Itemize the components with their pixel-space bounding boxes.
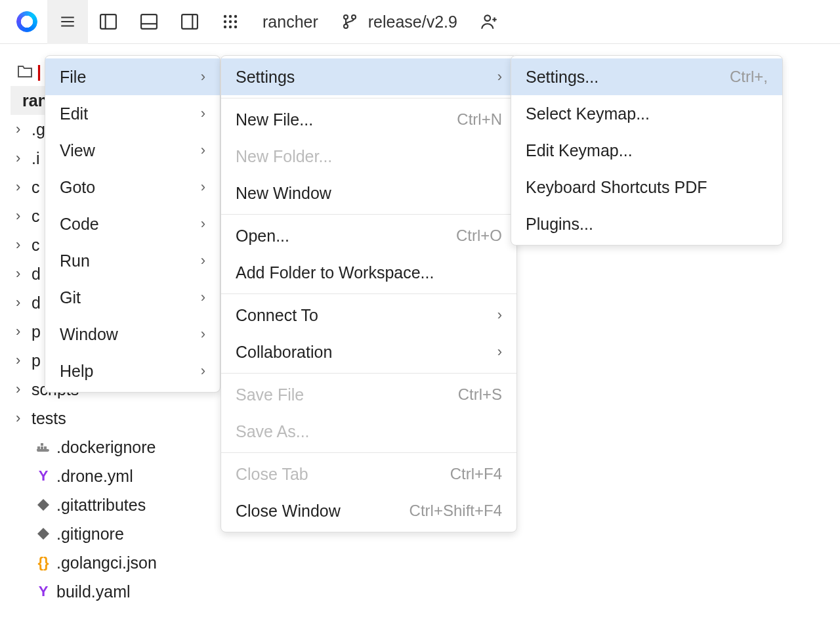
menu-item-plugins[interactable]: Plugins...	[511, 205, 782, 242]
menu-item-keyboard-shortcuts-pdf[interactable]: Keyboard Shortcuts PDF	[511, 169, 782, 205]
chevron-right-icon: ›	[16, 207, 28, 225]
tree-item-label: .i	[32, 149, 40, 168]
menu-item-code[interactable]: Code›	[45, 205, 220, 242]
menu-shortcut: Ctrl+F4	[450, 465, 502, 483]
menu-item-label: New File...	[236, 110, 313, 129]
svg-point-12	[224, 26, 226, 28]
panel-bottom-button[interactable]	[129, 0, 169, 44]
menu-item-add-folder-to-workspace[interactable]: Add Folder to Workspace...	[221, 254, 516, 291]
menu-item-help[interactable]: Help›	[45, 353, 220, 389]
menu-separator	[221, 452, 516, 453]
tree-root-marker: |	[37, 62, 41, 81]
panel-left-icon	[100, 14, 117, 30]
hamburger-menu-button[interactable]	[47, 0, 88, 44]
svg-point-7	[229, 15, 232, 18]
tree-item-label: .g	[32, 120, 45, 139]
menu-item-save-as: Save As...	[221, 413, 516, 450]
menu-item-new-window[interactable]: New Window	[221, 175, 516, 211]
menu-item-settings[interactable]: Settings›	[221, 58, 516, 95]
tree-item[interactable]: .gitignore	[10, 519, 197, 548]
menu-shortcut: Ctrl+S	[458, 385, 502, 404]
json-icon: {}	[34, 554, 52, 571]
apps-grid-button[interactable]	[210, 0, 251, 44]
menu-item-connect-to[interactable]: Connect To›	[221, 297, 516, 334]
add-user-button[interactable]	[469, 0, 510, 44]
panel-bottom-icon	[140, 14, 158, 30]
app-logo-icon	[16, 11, 37, 32]
menu-item-label: Code	[60, 215, 99, 234]
svg-point-16	[344, 24, 348, 28]
chevron-right-icon: ›	[16, 179, 28, 196]
menu-item-edit-keymap[interactable]: Edit Keymap...	[511, 132, 782, 169]
menu-item-goto[interactable]: Goto›	[45, 169, 220, 205]
menu-shortcut: Ctrl+Shift+F4	[410, 502, 502, 520]
menu-item-label: Open...	[236, 226, 289, 246]
menu-item-git[interactable]: Git›	[45, 279, 220, 316]
tree-item-label: .gitattributes	[56, 496, 146, 515]
chevron-right-icon: ›	[201, 105, 205, 122]
svg-point-11	[234, 20, 237, 23]
menu-item-label: Select Keymap...	[526, 104, 650, 123]
menu-item-view[interactable]: View›	[45, 132, 220, 169]
tree-item-label: p	[32, 322, 41, 341]
chevron-right-icon: ›	[16, 121, 28, 138]
chevron-right-icon: ›	[497, 307, 502, 324]
folder-icon	[16, 65, 34, 78]
menu-item-label: Settings	[236, 68, 295, 87]
menu-item-label: Help	[60, 362, 93, 381]
svg-rect-0	[100, 14, 116, 29]
svg-point-14	[234, 26, 237, 28]
chevron-right-icon: ›	[16, 381, 28, 398]
menu-item-close-window[interactable]: Close WindowCtrl+Shift+F4	[221, 492, 516, 529]
app-logo-button[interactable]	[7, 0, 47, 44]
svg-point-15	[344, 15, 348, 19]
menu-item-run[interactable]: Run›	[45, 242, 220, 279]
project-name[interactable]: rancher	[251, 0, 330, 44]
menu-item-label: Close Window	[236, 502, 341, 521]
svg-point-8	[234, 15, 237, 18]
menu-item-open[interactable]: Open...Ctrl+O	[221, 217, 516, 254]
svg-point-18	[484, 15, 490, 21]
tree-item[interactable]: ›tests	[10, 404, 197, 433]
panel-left-button[interactable]	[88, 0, 129, 44]
menu-item-file[interactable]: File›	[45, 58, 220, 95]
tree-item-label: p	[32, 351, 41, 370]
tree-item-label: c	[32, 236, 40, 255]
menu-item-edit[interactable]: Edit›	[45, 95, 220, 132]
chevron-right-icon: ›	[16, 294, 28, 311]
svg-rect-2	[141, 14, 157, 29]
tree-item[interactable]: Ybuild.yaml	[10, 577, 197, 606]
chevron-right-icon: ›	[16, 323, 28, 340]
main-toolbar: rancher release/v2.9	[0, 0, 840, 44]
tree-item-label: c	[32, 207, 40, 226]
menu-item-new-folder: New Folder...	[221, 138, 516, 175]
tree-item-label: c	[32, 178, 40, 197]
menu-item-window[interactable]: Window›	[45, 316, 220, 353]
tree-item[interactable]: .gitattributes	[10, 490, 197, 519]
yaml-icon: Y	[34, 583, 52, 600]
menu-item-collaboration[interactable]: Collaboration›	[221, 334, 516, 370]
menu-item-new-file[interactable]: New File...Ctrl+N	[221, 101, 516, 138]
menu-item-label: Window	[60, 325, 118, 344]
menu-item-select-keymap[interactable]: Select Keymap...	[511, 95, 782, 132]
menu-item-label: Save As...	[236, 422, 310, 441]
menu-separator	[221, 373, 516, 374]
settings-menu: Settings...Ctrl+,Select Keymap...Edit Ke…	[511, 55, 783, 246]
git-branch-icon	[342, 14, 358, 30]
svg-point-10	[229, 20, 232, 23]
tree-item[interactable]: .dockerignore	[10, 433, 197, 462]
menu-shortcut: Ctrl+,	[730, 68, 768, 86]
menu-item-label: Connect To	[236, 306, 318, 325]
menu-item-save-file: Save FileCtrl+S	[221, 376, 516, 413]
tree-item-label: .gitignore	[56, 525, 124, 544]
tree-item[interactable]: Y.drone.yml	[10, 462, 197, 490]
panel-right-button[interactable]	[169, 0, 210, 44]
tree-item[interactable]: {}.golangci.json	[10, 548, 197, 577]
branch-selector[interactable]: release/v2.9	[330, 0, 469, 44]
chevron-right-icon: ›	[16, 410, 28, 427]
menu-item-settings[interactable]: Settings...Ctrl+,	[511, 58, 782, 95]
chevron-right-icon: ›	[497, 68, 502, 85]
svg-rect-21	[44, 446, 47, 449]
menu-item-label: Close Tab	[236, 465, 308, 484]
menu-separator	[221, 98, 516, 98]
